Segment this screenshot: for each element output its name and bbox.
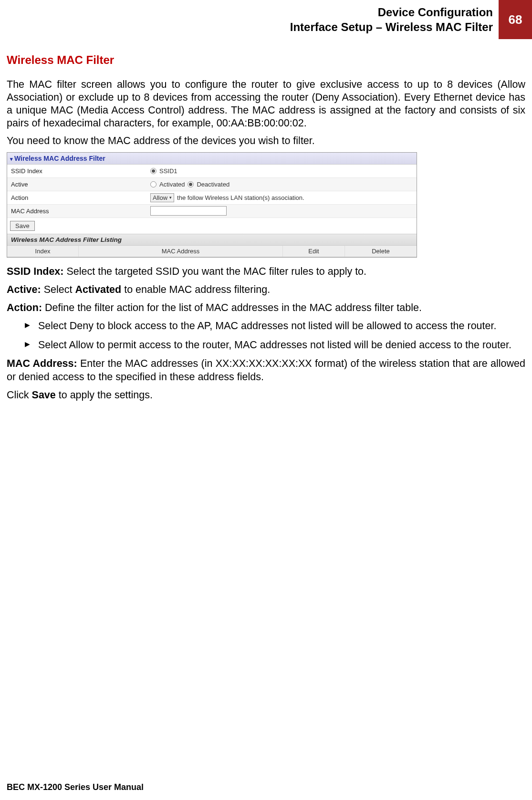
mac-address-label: MAC Address	[7, 208, 150, 215]
action-desc: the follow Wireless LAN station(s) assoc…	[177, 194, 304, 201]
action-label: Action	[7, 194, 150, 201]
def-mac: MAC Address: Enter the MAC addresses (in…	[7, 357, 525, 384]
save-button[interactable]: Save	[10, 221, 35, 231]
action-select[interactable]: Allow	[150, 193, 174, 202]
panel-title: Wireless MAC Address Filter	[7, 153, 417, 165]
listing-header: Index MAC Address Edit Delete	[7, 246, 417, 257]
active-label: Active	[7, 181, 150, 188]
mac-address-input[interactable]	[150, 206, 227, 216]
def-action: Action: Define the filter action for the…	[7, 301, 525, 315]
ssid1-text: SSID1	[159, 167, 177, 175]
action-bullets: Select Deny to block access to the AP, M…	[7, 320, 525, 352]
listing-title: Wireless MAC Address Filter Listing	[7, 234, 417, 246]
intro-paragraph-2: You need to know the MAC address of the …	[7, 135, 525, 147]
activated-radio[interactable]	[150, 181, 156, 187]
deactivated-radio[interactable]	[188, 181, 194, 187]
header-line2: Interface Setup – Wireless MAC Filter	[290, 20, 493, 34]
col-delete: Delete	[345, 246, 417, 257]
def-ssid: SSID Index: Select the targeted SSID you…	[7, 265, 525, 279]
page-number: 68	[499, 0, 532, 39]
ssid1-radio[interactable]	[150, 168, 156, 174]
col-mac: MAC Address	[79, 246, 283, 257]
bullet-allow: Select Allow to permit access to the rou…	[25, 339, 525, 352]
col-index: Index	[7, 246, 79, 257]
def-active: Active: Select Activated to enable MAC a…	[7, 283, 525, 297]
config-screenshot: Wireless MAC Address Filter SSID Index S…	[7, 152, 417, 258]
page-header: Device Configuration Interface Setup – W…	[0, 0, 532, 39]
def-save: Click Save to apply the settings.	[7, 389, 525, 402]
header-line1: Device Configuration	[290, 5, 493, 20]
footer-text: BEC MX-1200 Series User Manual	[7, 782, 144, 792]
intro-paragraph-1: The MAC filter screen allows you to conf…	[7, 78, 525, 130]
col-edit: Edit	[283, 246, 345, 257]
section-title: Wireless MAC Filter	[7, 53, 525, 67]
bullet-deny: Select Deny to block access to the AP, M…	[25, 320, 525, 333]
deactivated-text: Deactivated	[197, 181, 229, 188]
activated-text: Activated	[159, 181, 185, 188]
ssid-index-label: SSID Index	[7, 167, 150, 175]
